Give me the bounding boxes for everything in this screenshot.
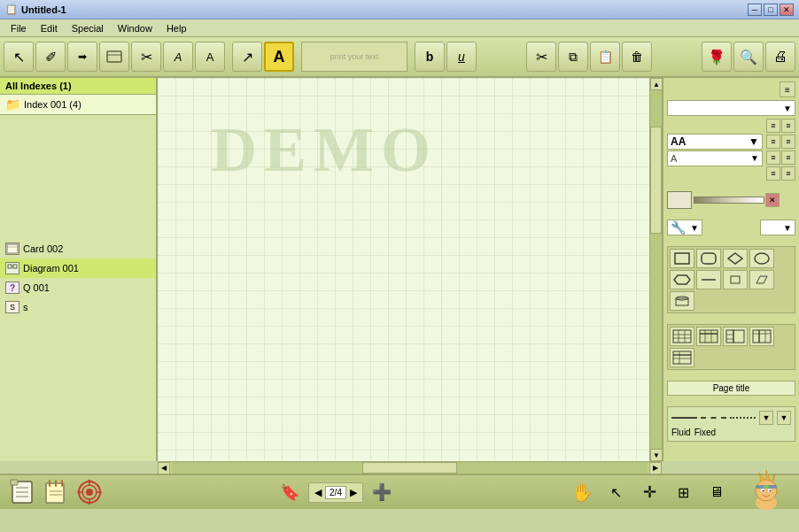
diagram-001-icon <box>5 262 19 274</box>
freehand-tool-button[interactable]: ✐ <box>35 42 66 72</box>
pointer-button[interactable]: ↗ <box>232 42 262 72</box>
shape-parallel-btn[interactable] <box>749 270 774 289</box>
monitor-button[interactable]: 🖥 <box>702 477 732 507</box>
hand-tool-button[interactable]: ✋ <box>567 477 597 507</box>
right-panel: ≡ ▼ AA ▼ A ▼ <box>662 78 799 461</box>
shape-rect-btn[interactable] <box>670 249 694 268</box>
svg-marker-11 <box>674 275 690 284</box>
target-button[interactable] <box>74 477 105 507</box>
index-001-item[interactable]: 📁 Index 001 (4) <box>0 95 156 114</box>
canvas-area[interactable]: DEMO ▲ ▼ <box>158 78 662 461</box>
line-dropdown-arrow2[interactable]: ▼ <box>777 411 791 425</box>
bold-button[interactable]: b <box>415 42 445 72</box>
scroll-left-button[interactable]: ◀ <box>158 462 170 474</box>
nav-forward-button[interactable]: ▶ <box>348 485 359 500</box>
svg-point-58 <box>769 490 771 492</box>
rp-font-row: AA ▼ A ▼ ≡ ≡ ≡ ≡ <box>667 119 795 181</box>
rp-separator1 <box>667 183 795 189</box>
q-001-item[interactable]: ? Q 001 <box>0 278 156 297</box>
delete-button[interactable]: 🗑 <box>622 42 652 72</box>
text-size-button[interactable]: A <box>195 42 225 72</box>
table-btn-5[interactable] <box>670 348 694 367</box>
print-button[interactable]: 🖨 <box>765 42 795 72</box>
page-title-button[interactable]: Page title <box>667 381 795 396</box>
icon-dropdown2-arrow: ▼ <box>783 223 792 233</box>
nav-group: ◀ 2/4 ▶ <box>308 482 363 503</box>
align-btn-2[interactable]: ≡ <box>781 119 795 133</box>
card-002-item[interactable]: Card 002 <box>0 239 156 258</box>
menu-window[interactable]: Window <box>111 21 159 35</box>
app-title: Untitled-1 <box>21 4 66 15</box>
align-btn-4[interactable]: ≡ <box>781 135 795 149</box>
scroll-right-button[interactable]: ▶ <box>649 462 662 474</box>
shape-small-rect-btn[interactable] <box>723 270 748 289</box>
icon-dropdown1-icon: 🔧 <box>671 220 686 235</box>
rp-font-small-dropdown[interactable]: A ▼ <box>667 150 763 166</box>
rp-dropdown1[interactable]: ▼ <box>667 100 795 116</box>
align-btn-6[interactable]: ≡ <box>781 150 795 165</box>
svg-point-54 <box>756 480 777 501</box>
rp-separator4 <box>667 316 795 321</box>
svg-rect-34 <box>673 351 691 364</box>
s-item[interactable]: S s <box>0 297 156 317</box>
shape-hexagon-btn[interactable] <box>670 270 694 289</box>
shape-rounded-btn[interactable] <box>696 249 721 268</box>
rp-font-large-dropdown[interactable]: AA ▼ <box>667 134 763 150</box>
rp-icon-dropdown1[interactable]: 🔧 ▼ <box>667 220 702 235</box>
notes-button[interactable] <box>41 477 71 507</box>
shape-diamond-btn[interactable] <box>723 249 748 268</box>
text-input-area[interactable]: print your text <box>301 42 407 72</box>
diagram-001-item[interactable]: Diagram 001 <box>0 258 156 278</box>
rp-color-square[interactable] <box>667 191 692 209</box>
checklist-button[interactable] <box>7 477 37 507</box>
rp-top-icon[interactable]: ≡ <box>780 81 795 97</box>
align-btn-3[interactable]: ≡ <box>766 135 780 149</box>
rp-close-btn[interactable]: ✕ <box>765 193 780 207</box>
align-btn-7[interactable]: ≡ <box>766 166 780 181</box>
shape-ellipse-btn[interactable] <box>749 249 774 268</box>
table-btn-2[interactable] <box>696 327 721 346</box>
align-btn-1[interactable]: ≡ <box>766 119 780 133</box>
select-tool-button[interactable]: ↖ <box>4 42 34 72</box>
card-tool-button[interactable] <box>99 42 129 72</box>
cursor-tool-button[interactable]: ↖ <box>601 477 631 507</box>
cut-button[interactable]: ✂ <box>526 42 556 72</box>
menu-special[interactable]: Special <box>65 21 111 35</box>
big-text-button[interactable]: A <box>264 42 294 72</box>
add-page-button[interactable]: ➕ <box>367 477 397 507</box>
table-btn-4[interactable] <box>749 327 774 346</box>
search-button[interactable]: 🔍 <box>733 42 764 72</box>
grid-view-button[interactable]: ⊞ <box>668 477 698 507</box>
bookmark-button[interactable]: 🔖 <box>275 477 305 507</box>
table-btn-1[interactable] <box>670 327 694 346</box>
v-scrollbar: ▲ ▼ <box>649 78 662 461</box>
scissors-tool-button[interactable]: ✂ <box>131 42 161 72</box>
rp-icon-dropdown2[interactable]: ▼ <box>760 220 795 235</box>
align-btn-8[interactable]: ≡ <box>781 166 795 181</box>
compass-button[interactable]: ✛ <box>634 477 664 507</box>
svg-marker-14 <box>756 276 767 283</box>
h-scroll-track[interactable] <box>172 462 648 474</box>
page-indicator-label: 2/4 <box>330 488 342 497</box>
copy-button[interactable]: ⧉ <box>558 42 588 72</box>
scroll-up-button[interactable]: ▲ <box>650 78 662 90</box>
q-001-icon: ? <box>5 281 19 294</box>
menu-edit[interactable]: Edit <box>34 21 65 35</box>
minimize-button[interactable]: ─ <box>748 4 762 16</box>
text-a-button[interactable]: A <box>163 42 193 72</box>
arrow-tool-button[interactable]: ➡ <box>67 42 97 72</box>
align-btn-5[interactable]: ≡ <box>766 150 780 165</box>
menu-help[interactable]: Help <box>159 21 194 35</box>
paste-button[interactable]: 📋 <box>590 42 620 72</box>
maximize-button[interactable]: □ <box>764 4 778 16</box>
nav-back-button[interactable]: ◀ <box>313 485 323 500</box>
scroll-down-button[interactable]: ▼ <box>650 449 662 461</box>
line-dropdown-arrow[interactable]: ▼ <box>759 411 773 425</box>
close-button[interactable]: ✕ <box>780 4 794 16</box>
ornament-button[interactable]: 🌹 <box>702 42 732 72</box>
italic-button[interactable]: u <box>446 42 477 72</box>
shape-line-btn[interactable] <box>696 270 721 289</box>
shape-cylinder-btn[interactable] <box>670 291 694 311</box>
table-btn-3[interactable] <box>723 327 748 346</box>
menu-file[interactable]: File <box>4 21 34 35</box>
